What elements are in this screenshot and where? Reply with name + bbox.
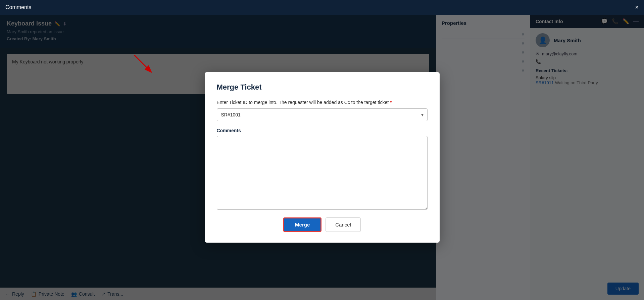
top-bar: Comments ×	[0, 0, 644, 15]
red-arrow-annotation	[131, 52, 158, 79]
top-bar-title: Comments	[5, 4, 31, 10]
merge-button[interactable]: Merge	[283, 217, 321, 232]
modal-overlay: Merge Ticket Enter Ticket ID to merge in…	[0, 15, 644, 300]
modal-description-text: Enter Ticket ID to merge into. The reque…	[217, 100, 389, 105]
ticket-id-select[interactable]: SR#1001 SR#1002 SR#1003	[217, 108, 428, 121]
comments-textarea[interactable]	[217, 136, 428, 210]
close-button[interactable]: ×	[635, 4, 639, 11]
merge-ticket-modal: Merge Ticket Enter Ticket ID to merge in…	[205, 72, 440, 243]
svg-line-1	[134, 55, 149, 70]
cancel-button[interactable]: Cancel	[326, 217, 361, 232]
required-marker: *	[390, 100, 392, 105]
modal-footer: Merge Cancel	[217, 217, 428, 232]
main-layout: Keyboard issue ✏️ ⬇ Mary Smith reported …	[0, 15, 644, 300]
comments-label: Comments	[217, 128, 428, 133]
ticket-id-select-wrap: SR#1001 SR#1002 SR#1003 ▾	[217, 108, 428, 121]
modal-title: Merge Ticket	[217, 83, 428, 92]
modal-description: Enter Ticket ID to merge into. The reque…	[217, 100, 428, 105]
